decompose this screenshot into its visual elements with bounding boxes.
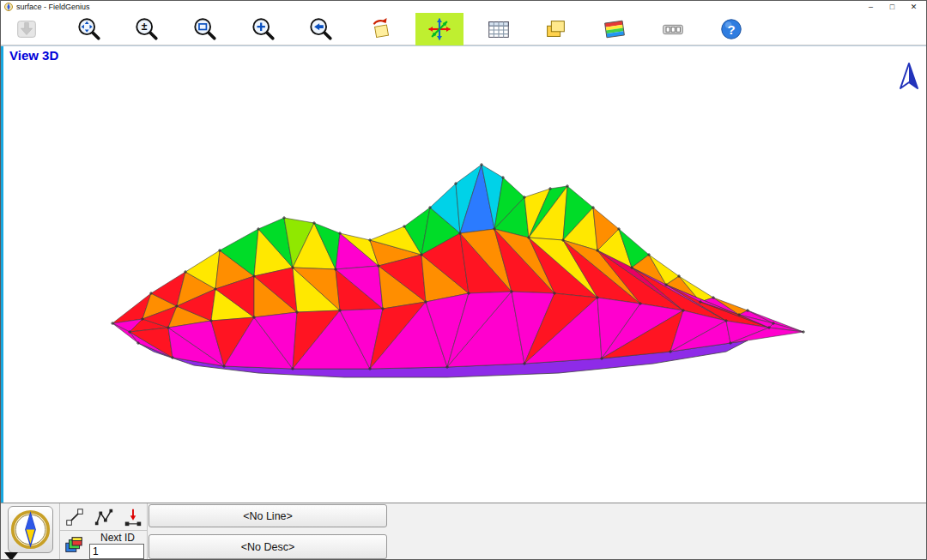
send-to-instrument-button[interactable] (8, 15, 45, 43)
3d-axes-arrows-icon (426, 15, 453, 43)
line-description-button[interactable]: <No Line> (148, 504, 387, 527)
layer-colors-icon (64, 535, 84, 556)
titlebar: surface - FieldGenius – □ ✕ (1, 1, 926, 13)
north-arrow-icon (899, 62, 919, 91)
orbit-3d-button[interactable] (415, 13, 464, 45)
zoom-window-button[interactable] (186, 15, 224, 43)
window-title: surface - FieldGenius (16, 3, 90, 11)
draw-line-button[interactable] (62, 506, 88, 528)
grid-icon (486, 16, 512, 42)
upload-box-icon (14, 16, 39, 42)
magnifier-window-icon (192, 16, 218, 42)
next-id-input[interactable] (89, 544, 144, 559)
compass-icon (9, 508, 52, 551)
app-window: surface - FieldGenius – □ ✕ (0, 0, 927, 560)
magnifier-back-arrow-icon (308, 16, 334, 42)
stacked-sheets-icon (542, 16, 568, 42)
magnifier-extents-icon (76, 16, 102, 42)
question-mark-icon: ? (718, 16, 744, 42)
close-button[interactable]: ✕ (903, 1, 924, 13)
toolbar-boxes-icon (660, 16, 686, 42)
help-button[interactable]: ? (712, 15, 750, 43)
magnifier-plus-icon (251, 16, 276, 42)
point-description-button[interactable]: <No Desc> (148, 534, 387, 559)
surface-mesh (1, 46, 927, 503)
magnifier-plus-minus-icon: ± (134, 16, 160, 42)
main-toolbar: ± (1, 13, 926, 45)
zoom-in-button[interactable] (245, 15, 282, 43)
zoom-extents-button[interactable] (70, 15, 108, 43)
maximize-button[interactable]: □ (882, 1, 903, 13)
svg-text:±: ± (142, 21, 148, 33)
zoom-previous-button[interactable] (302, 15, 340, 43)
layers-button[interactable] (536, 15, 574, 43)
toolbars-button[interactable] (654, 15, 692, 43)
grid-toggle-button[interactable] (480, 15, 518, 43)
draw-polyline-button[interactable] (91, 506, 117, 528)
line-tool-icon (64, 507, 85, 527)
toolgroup-divider (60, 530, 147, 531)
app-logo-icon (4, 3, 13, 11)
insert-node-icon (123, 507, 143, 527)
view-mode-label: View 3D (9, 48, 58, 63)
view-3d-canvas[interactable]: View 3D (1, 45, 927, 503)
layer-colors-button[interactable] (62, 534, 86, 558)
polyline-tool-icon (94, 507, 114, 527)
surface-display-button[interactable] (596, 15, 633, 43)
expand-toolbar-arrow[interactable] (4, 552, 18, 560)
compass-orientation-button[interactable] (8, 506, 53, 553)
svg-text:?: ? (727, 22, 735, 37)
colored-map-icon (602, 16, 627, 42)
insert-node-button[interactable] (120, 506, 146, 528)
draw-tool-group: Next ID (59, 503, 148, 560)
rotate-sheet-icon (368, 16, 394, 42)
zoom-in-out-button[interactable]: ± (128, 15, 166, 43)
plan-view-rotate-button[interactable] (362, 15, 400, 43)
bottom-toolbar: Next ID <No Line> <No Desc> (1, 503, 927, 560)
window-controls: – □ ✕ (860, 1, 924, 13)
next-id-label: Next ID (88, 532, 148, 544)
minimize-button[interactable]: – (860, 1, 882, 13)
